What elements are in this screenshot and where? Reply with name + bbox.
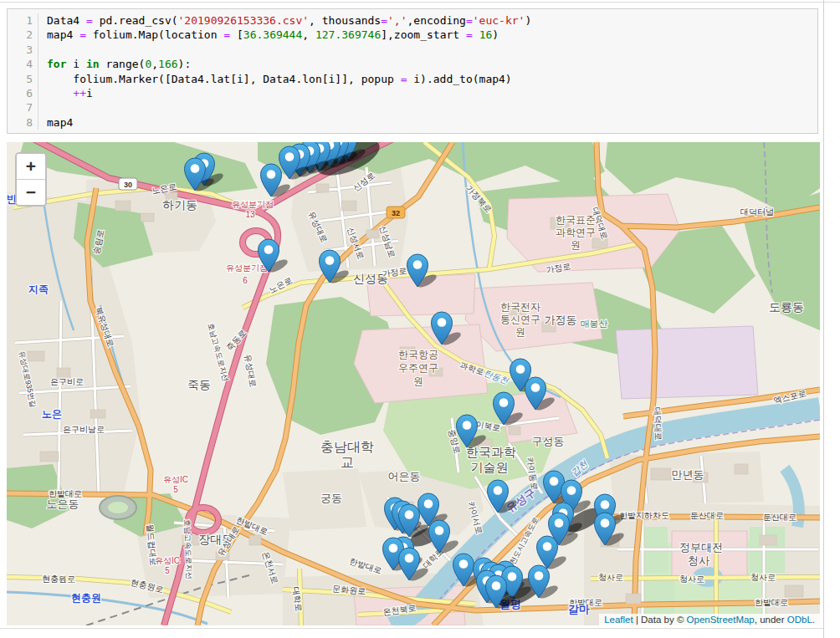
- line-number: 8: [8, 115, 38, 130]
- map-label: 13: [245, 210, 255, 219]
- map-label: 기술원: [471, 460, 509, 474]
- map-label: 5: [173, 485, 178, 494]
- map-label: 청사로: [598, 573, 623, 582]
- map-label: 한국전자: [500, 301, 540, 313]
- map-label: 한밭지하차도: [619, 511, 669, 520]
- openstreetmap-link[interactable]: OpenStreetMap: [687, 615, 755, 625]
- svg-text:30: 30: [124, 181, 132, 189]
- code-text: map4 = folium.Map(location = [36.369444,…: [47, 28, 499, 42]
- code-line: 1Data4 = pd.read_csv('20190926153336.csv…: [8, 13, 817, 28]
- map-label: 은구비남로: [63, 425, 105, 434]
- road-shield: 32: [387, 207, 405, 218]
- map-label: 도룡동: [769, 300, 804, 314]
- code-line: 2map4 = folium.Map(location = [36.369444…: [8, 28, 817, 42]
- window-right-border: [823, 0, 824, 638]
- map-label: 정부대전: [679, 541, 723, 554]
- map-label: 유성IC: [155, 556, 180, 565]
- code-line: 7: [8, 100, 817, 115]
- map-label: 청사로: [679, 574, 704, 584]
- gutter-divider: [38, 86, 38, 100]
- line-number: 1: [8, 13, 38, 28]
- attribution-text: | Data by ©: [633, 615, 687, 625]
- map-label: 원: [515, 326, 525, 338]
- line-number: 3: [8, 43, 38, 57]
- stadium: [100, 496, 136, 519]
- code-text: ++i: [47, 86, 93, 100]
- zoom-in-button[interactable]: +: [17, 154, 45, 179]
- folium-map-output[interactable]: 하기동신성동도룡동가정동매봉산죽동노은동장대동궁동어은동구성동만년동충남대학교한…: [7, 142, 820, 625]
- road-shield: 30: [119, 178, 137, 190]
- map-label: 구성동: [532, 435, 565, 447]
- line-number: 5: [8, 72, 38, 86]
- map-label: 가정동: [545, 314, 577, 326]
- code-text: folium.Marker([Data4.lat[i], Data4.lon[i…: [47, 72, 512, 86]
- leaflet-zoom-control: + −: [15, 152, 47, 207]
- map-label: 대덕터널: [740, 207, 774, 217]
- map-label: 현충원로: [42, 574, 75, 584]
- map-label: 한국항공: [398, 349, 438, 360]
- map-label: 은구비로: [50, 377, 84, 386]
- odbl-link[interactable]: ODbL: [787, 615, 812, 625]
- gutter-divider: [38, 115, 38, 130]
- gutter-divider: [38, 43, 38, 57]
- map-label: 원: [413, 375, 423, 387]
- gutter-divider: [38, 13, 38, 28]
- code-line: 4for i in range(0,166):: [8, 57, 817, 71]
- map-label: 6: [243, 276, 248, 285]
- map-label: 매봉산: [581, 319, 608, 329]
- code-text: Data4 = pd.read_csv('20190926153336.csv'…: [47, 13, 531, 28]
- map-label: 통신연구: [500, 314, 540, 325]
- svg-text:32: 32: [392, 209, 400, 217]
- attribution-dot: .: [812, 615, 815, 625]
- map-label: 갈마: [568, 603, 590, 615]
- map-label: 유성분기점: [232, 200, 274, 209]
- map-label: 대덕대로: [653, 407, 663, 441]
- map-label: 궁동: [320, 492, 342, 504]
- line-number: 6: [8, 86, 38, 100]
- map-label: 하기동: [162, 198, 197, 212]
- map-label: 한밭대로: [755, 598, 788, 607]
- code-line: 3: [8, 43, 817, 57]
- map-label: 현충원: [71, 592, 101, 604]
- gutter-divider: [38, 28, 38, 42]
- map-label: 죽동: [187, 378, 211, 391]
- code-line: 8map4: [8, 115, 817, 130]
- code-line: 5 folium.Marker([Data4.lat[i], Data4.lon…: [8, 72, 817, 86]
- map-label: 지족: [28, 283, 49, 295]
- map-label: 교: [341, 455, 354, 469]
- map-label: 어은동: [388, 470, 421, 482]
- line-number: 4: [8, 57, 38, 71]
- map-label: 과학연구: [556, 227, 596, 238]
- map-label: 한밭대로: [49, 489, 82, 498]
- notebook-code-cell[interactable]: 1Data4 = pd.read_csv('20190926153336.csv…: [7, 8, 818, 134]
- map-label: 한국표준: [556, 214, 596, 226]
- gutter-divider: [38, 100, 38, 115]
- attribution-text-2: , under: [755, 615, 787, 625]
- line-number: 2: [8, 28, 38, 42]
- code-editor[interactable]: 1Data4 = pd.read_csv('20190926153336.csv…: [8, 9, 817, 130]
- code-text: for i in range(0,166):: [47, 57, 191, 71]
- window-top-border: [0, 2, 840, 3]
- code-line: 6 ++i: [8, 86, 817, 100]
- zoom-out-button[interactable]: −: [17, 179, 45, 205]
- map-label: 유성분기점: [226, 263, 268, 273]
- leaflet-link[interactable]: Leaflet: [604, 615, 633, 625]
- map-label: 충남대학: [320, 440, 374, 454]
- map-label: 노은: [42, 408, 62, 420]
- map-label: 청사: [688, 554, 709, 567]
- gutter-divider: [38, 72, 38, 86]
- map-label: 둔산대로: [763, 513, 796, 522]
- gutter-divider: [38, 57, 38, 71]
- line-number: 7: [8, 100, 38, 115]
- map-label: 원: [571, 239, 581, 251]
- map-label: 둔산대로: [690, 511, 724, 520]
- map-label: 5: [165, 566, 170, 575]
- map-attribution: Leaflet | Data by © OpenStreetMap, under…: [599, 614, 820, 625]
- map-label: 노은동: [47, 498, 79, 510]
- code-text: map4: [47, 115, 73, 130]
- expo-area: [616, 326, 758, 399]
- map-canvas[interactable]: 하기동신성동도룡동가정동매봉산죽동노은동장대동궁동어은동구성동만년동충남대학교한…: [7, 142, 820, 625]
- map-label: 만년동: [672, 468, 704, 481]
- window-bottom-border: [0, 628, 823, 629]
- map-label: 유성IC: [163, 475, 188, 484]
